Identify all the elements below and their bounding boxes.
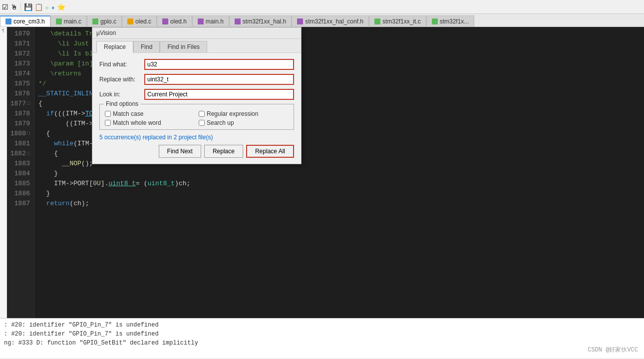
toolbar: ☑ 🖱 💾 📋 ⬦ ⬧ ⭐ bbox=[0, 0, 644, 14]
tab-stm32-last[interactable]: stm32f1x... bbox=[426, 15, 475, 26]
look-in-input[interactable] bbox=[144, 89, 294, 100]
option-search-up: Search up bbox=[199, 119, 289, 126]
output-text-2: : #20: identifier "GPIO_Pin_7" is undefi… bbox=[4, 331, 159, 338]
arrow-green-icon[interactable]: ⬦ bbox=[45, 3, 49, 11]
bottom-panel: : #20: identifier "GPIO_Pin_7" is undefi… bbox=[0, 318, 644, 358]
option-regex: Regular expression bbox=[199, 110, 289, 117]
dialog-tab-bar: Replace Find Find in Files bbox=[92, 39, 301, 53]
checkbox-icon[interactable]: ☑ bbox=[2, 3, 8, 11]
status-text: 5 occurrence(s) replaced in 2 project fi… bbox=[99, 134, 294, 141]
copy-icon[interactable]: 📋 bbox=[34, 3, 43, 11]
whole-word-checkbox[interactable] bbox=[105, 120, 111, 126]
regex-checkbox[interactable] bbox=[199, 111, 205, 117]
whole-word-label: Match whole word bbox=[113, 119, 161, 126]
line-numbers: 1870 1871 1872 1873 1874 1875 1876 1877 … bbox=[7, 27, 34, 318]
find-next-button[interactable]: Find Next bbox=[159, 145, 201, 158]
search-up-checkbox[interactable] bbox=[199, 120, 205, 126]
tab-hal-conf-h[interactable]: stm32f1xx_hal_conf.h bbox=[292, 15, 369, 26]
left-gutter: ¶ bbox=[0, 27, 7, 318]
main-area: ¶ 1870 1871 1872 1873 1874 1875 1876 187… bbox=[0, 27, 644, 318]
match-case-checkbox[interactable] bbox=[105, 111, 111, 117]
output-text-1: : #20: identifier "GPIO_Pin_7" is undefi… bbox=[4, 322, 159, 329]
option-match-case: Match case bbox=[105, 110, 195, 117]
regex-label: Regular expression bbox=[207, 110, 258, 117]
tab-icon bbox=[374, 18, 380, 24]
tab-oled-c[interactable]: oled.c bbox=[122, 15, 157, 26]
watermark: CSDN @好家伙VCC bbox=[588, 346, 638, 354]
arrow-blue-icon[interactable]: ⬧ bbox=[51, 3, 55, 11]
tab-main-c[interactable]: main.c bbox=[50, 15, 87, 26]
dialog-tab-replace[interactable]: Replace bbox=[96, 41, 133, 53]
find-what-label: Find what: bbox=[99, 61, 144, 68]
tab-it-c[interactable]: stm32f1xx_it.c bbox=[369, 15, 426, 26]
tab-icon bbox=[198, 18, 204, 24]
replace-with-label: Replace with: bbox=[99, 76, 144, 83]
look-in-label: Look in: bbox=[99, 91, 144, 98]
output-line-1: : #20: identifier "GPIO_Pin_7" is undefi… bbox=[4, 321, 640, 330]
tab-core-cm3[interactable]: core_cm3.h bbox=[0, 15, 50, 26]
tab-icon bbox=[432, 18, 438, 24]
cursor-icon[interactable]: 🖱 bbox=[10, 3, 17, 11]
dialog-body: Find what: Replace with: Look in: bbox=[92, 53, 301, 164]
find-what-row: Find what: bbox=[99, 59, 294, 70]
tab-icon bbox=[5, 18, 11, 24]
tab-icon bbox=[297, 18, 303, 24]
search-up-label: Search up bbox=[207, 119, 234, 126]
replace-with-input[interactable] bbox=[144, 74, 294, 85]
tab-gpio-c[interactable]: gpio.c bbox=[87, 15, 122, 26]
tab-icon bbox=[235, 18, 241, 24]
output-line-2: : #20: identifier "GPIO_Pin_7" is undefi… bbox=[4, 330, 640, 339]
find-options-legend: Find options bbox=[104, 100, 140, 107]
match-case-label: Match case bbox=[113, 110, 143, 117]
tab-icon bbox=[56, 18, 62, 24]
find-options-group: Find options Match case Regular expressi… bbox=[99, 104, 294, 130]
dialog-tab-find-in-files[interactable]: Find in Files bbox=[160, 41, 207, 52]
uvision-dialog: µVision Replace Find Find in Files bbox=[92, 27, 302, 164]
dialog-buttons: Find Next Replace Replace All bbox=[99, 145, 294, 158]
star-icon[interactable]: ⭐ bbox=[57, 3, 65, 11]
options-grid: Match case Regular expression Match whol… bbox=[105, 110, 289, 126]
dialog-titlebar: µVision bbox=[92, 27, 301, 39]
tab-icon bbox=[162, 18, 168, 24]
dialog-title: µVision bbox=[96, 29, 116, 36]
find-what-input[interactable] bbox=[144, 59, 294, 70]
replace-with-row: Replace with: bbox=[99, 74, 294, 85]
output-text-3: ng: #333 D: function "GPIO_SetBit" decla… bbox=[4, 340, 198, 347]
look-in-row: Look in: bbox=[99, 89, 294, 100]
tab-bar: core_cm3.h main.c gpio.c oled.c oled.h m… bbox=[0, 14, 644, 27]
option-whole-word: Match whole word bbox=[105, 119, 195, 126]
tab-icon bbox=[127, 18, 133, 24]
output-line-3: ng: #333 D: function "GPIO_SetBit" decla… bbox=[4, 339, 640, 348]
tab-oled-h[interactable]: oled.h bbox=[157, 15, 192, 26]
code-editor[interactable]: 1870 1871 1872 1873 1874 1875 1876 1877 … bbox=[7, 27, 644, 318]
replace-button[interactable]: Replace bbox=[204, 145, 243, 158]
save-icon[interactable]: 💾 bbox=[24, 3, 32, 11]
tab-hal-h[interactable]: stm32f1xx_hal.h bbox=[229, 15, 292, 26]
tab-main-h[interactable]: main.h bbox=[192, 15, 229, 26]
dialog-tab-find[interactable]: Find bbox=[133, 41, 160, 52]
replace-all-button[interactable]: Replace All bbox=[246, 145, 294, 158]
tab-icon bbox=[92, 18, 98, 24]
